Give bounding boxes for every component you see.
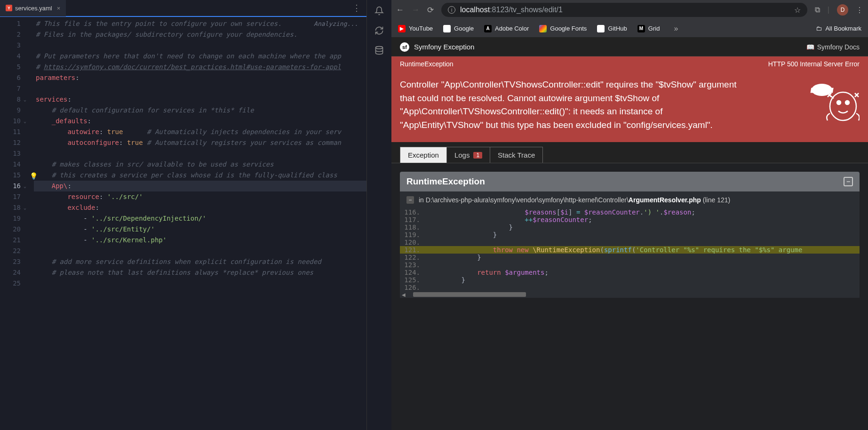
bookmark-label: Google	[454, 25, 474, 32]
notifications-icon[interactable]	[374, 6, 384, 16]
bookmark-favicon: ○	[597, 25, 605, 32]
bookmark-item[interactable]: GGoogle	[443, 25, 474, 32]
exception-title: RuntimeException	[406, 176, 485, 187]
analyzing-status: Analyzing...	[314, 18, 358, 29]
error-banner: RuntimeException HTTP 500 Internal Serve…	[391, 56, 868, 72]
divider: |	[828, 6, 829, 14]
bookmark-favicon: ▶	[398, 25, 406, 32]
trace-file-path: in D:\archives-php-alura\symfony\vendor\…	[419, 196, 730, 204]
fold-column	[24, 17, 34, 430]
bookmark-label: Adobe Color	[495, 25, 529, 32]
symfony-docs-link[interactable]: 📖 Symfony Docs	[806, 43, 860, 51]
forward-button[interactable]: →	[412, 5, 420, 15]
error-message: Controller "App\Controller\TVShowsContro…	[400, 78, 739, 132]
collapse-trace-icon[interactable]: −	[406, 196, 414, 204]
bookmark-favicon: M	[637, 25, 645, 32]
exception-content: RuntimeException − − in D:\archives-php-…	[391, 163, 868, 306]
error-message-block: Controller "App\Controller\TVShowsContro…	[391, 72, 868, 142]
folder-icon: 🗀	[816, 25, 822, 32]
all-bookmarks-button[interactable]: 🗀All Bookmark	[816, 25, 861, 32]
editor-tab-filename: services.yaml	[15, 5, 52, 12]
bookmark-star-icon[interactable]: ☆	[794, 6, 801, 15]
bookmark-favicon: A	[484, 25, 492, 32]
line-number-gutter: 12345678⌄910⌄1112131415💡16⌄1718⌄19202122…	[0, 17, 24, 430]
symfony-docs-label: Symfony Docs	[817, 43, 860, 51]
symfony-header: sf Symfony Exception 📖 Symfony Docs	[391, 38, 868, 56]
editor-area[interactable]: Analyzing... 12345678⌄910⌄1112131415💡16⌄…	[0, 17, 366, 430]
svg-text:Exception!: Exception!	[811, 88, 833, 93]
bookmark-item[interactable]: MGrid	[637, 25, 660, 32]
http-status: HTTP 500 Internal Server Error	[768, 60, 860, 68]
address-bar[interactable]: i localhost:8123/tv_shows/edit/1 ☆	[441, 3, 807, 17]
editor-tab-bar: Y services.yaml × ⋮	[0, 0, 366, 17]
bookmark-item[interactable]: Google Fonts	[539, 25, 587, 32]
code-content[interactable]: # This file is the entry point to config…	[34, 17, 366, 430]
exception-title-bar: RuntimeException −	[400, 172, 860, 191]
bookmark-label: Grid	[648, 25, 660, 32]
bookmark-favicon	[539, 25, 547, 32]
exception-tabs: Exception Logs 1 Stack Trace	[391, 142, 868, 163]
tab-stack-trace[interactable]: Stack Trace	[490, 147, 543, 163]
logs-count-badge: 1	[473, 152, 482, 159]
browser-pane: ← → ⟳ i localhost:8123/tv_shows/edit/1 ☆…	[391, 0, 868, 430]
reload-button[interactable]: ⟳	[427, 5, 434, 15]
browser-toolbar: ← → ⟳ i localhost:8123/tv_shows/edit/1 ☆…	[391, 0, 868, 20]
editor-pane: Y services.yaml × ⋮ Analyzing... 1234567…	[0, 0, 367, 430]
exception-class: RuntimeException	[400, 60, 454, 68]
scroll-left-icon[interactable]: ◀	[402, 292, 406, 297]
bookmark-item[interactable]: AAdobe Color	[484, 25, 529, 32]
bookmark-item[interactable]: ▶YouTube	[398, 25, 433, 32]
ghost-mascot-icon: Exception!	[803, 78, 860, 132]
bookmarks-bar: ▶YouTubeGGoogleAAdobe ColorGoogle Fonts○…	[391, 20, 868, 38]
profile-avatar[interactable]: D	[837, 4, 848, 16]
bookmark-item[interactable]: ○GitHub	[597, 25, 627, 32]
close-tab-icon[interactable]: ×	[57, 5, 61, 12]
horizontal-scrollbar[interactable]: ◀	[400, 291, 860, 298]
bookmark-label: GitHub	[608, 25, 627, 32]
site-info-icon[interactable]: i	[448, 6, 455, 14]
tab-logs[interactable]: Logs 1	[447, 147, 490, 163]
bookmark-label: YouTube	[409, 25, 433, 32]
editor-tab[interactable]: Y services.yaml ×	[0, 0, 66, 16]
svg-point-2	[837, 101, 841, 104]
scrollbar-thumb[interactable]	[413, 292, 526, 297]
bookmarks-overflow-icon[interactable]: »	[674, 24, 678, 33]
book-icon: 📖	[806, 43, 814, 51]
url-path: :8123/tv_shows/edit/1	[490, 6, 563, 14]
svg-point-0	[376, 47, 383, 49]
svg-point-3	[845, 101, 849, 104]
back-button[interactable]: ←	[396, 5, 404, 15]
sync-icon[interactable]	[374, 25, 384, 36]
tab-exception[interactable]: Exception	[400, 147, 447, 163]
tool-sidebar	[367, 0, 391, 430]
symfony-header-title: Symfony Exception	[414, 43, 474, 51]
browser-menu-icon[interactable]: ⋮	[856, 6, 863, 15]
tab-logs-label: Logs	[454, 151, 470, 159]
trace-code-block: 116. $reasons[$i] = $reasonCounter.') '.…	[400, 208, 860, 291]
extensions-icon[interactable]: ⧉	[815, 6, 820, 14]
collapse-icon[interactable]: −	[844, 177, 853, 186]
bookmark-favicon: G	[443, 25, 451, 32]
trace-file-row[interactable]: − in D:\archives-php-alura\symfony\vendo…	[400, 191, 860, 208]
database-icon[interactable]	[374, 45, 384, 56]
url-host: localhost	[460, 6, 490, 14]
symfony-logo-icon: sf	[400, 42, 409, 52]
editor-tab-actions[interactable]: ⋮	[347, 3, 366, 13]
yaml-file-icon: Y	[6, 5, 12, 11]
svg-point-1	[830, 92, 856, 120]
bookmark-label: Google Fonts	[550, 25, 587, 32]
